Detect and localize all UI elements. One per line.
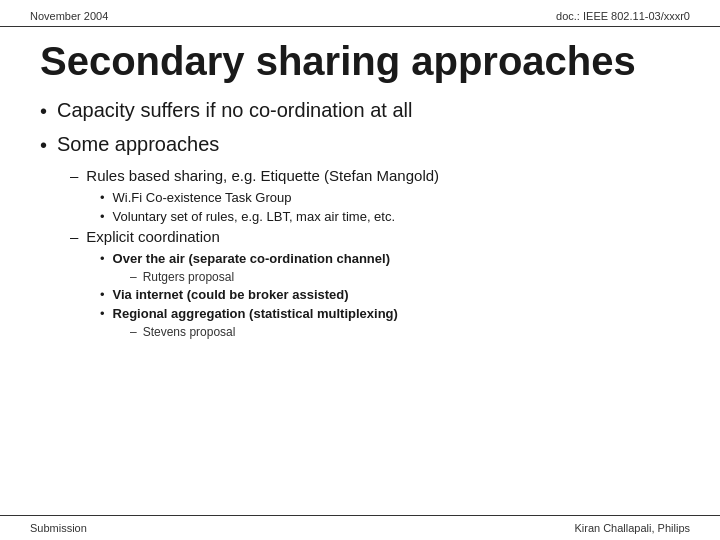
slide-title: Secondary sharing approaches (40, 39, 680, 83)
list-item: • Wi.Fi Co-existence Task Group (100, 190, 680, 205)
list-item: – Explicit coordination (70, 228, 680, 245)
bullet-icon: • (40, 100, 47, 123)
dot-icon: • (100, 251, 105, 266)
dot-icon: • (100, 306, 105, 321)
list-item: • Voluntary set of rules, e.g. LBT, max … (100, 209, 680, 224)
bullet-text: Rules based sharing, e.g. Etiquette (Ste… (86, 167, 439, 184)
footer-left: Submission (30, 522, 87, 534)
bullet-text: Over the air (separate co-ordination cha… (113, 251, 390, 266)
header-doc: doc.: IEEE 802.11-03/xxxr0 (556, 10, 690, 22)
slide: November 2004 doc.: IEEE 802.11-03/xxxr0… (0, 0, 720, 540)
list-item: – Rules based sharing, e.g. Etiquette (S… (70, 167, 680, 184)
bullet-text: Voluntary set of rules, e.g. LBT, max ai… (113, 209, 396, 224)
list-item: • Via internet (could be broker assisted… (100, 287, 680, 302)
bullet-text: Capacity suffers if no co-ordination at … (57, 99, 412, 122)
dash-icon: – (130, 270, 137, 284)
bullet-text: Regional aggregation (statistical multip… (113, 306, 398, 321)
list-item: • Over the air (separate co-ordination c… (100, 251, 680, 266)
bullet-text: Rutgers proposal (143, 270, 234, 284)
list-item: – Rutgers proposal (130, 270, 680, 284)
content-area: • Capacity suffers if no co-ordination a… (0, 99, 720, 339)
bullet-text: Some approaches (57, 133, 219, 156)
header-date: November 2004 (30, 10, 108, 22)
list-item: • Capacity suffers if no co-ordination a… (40, 99, 680, 123)
list-item: • Some approaches (40, 133, 680, 157)
dash-icon: – (70, 167, 78, 184)
dash-icon: – (130, 325, 137, 339)
dot-icon: • (100, 190, 105, 205)
bullet-text: Stevens proposal (143, 325, 236, 339)
bullet-text: Wi.Fi Co-existence Task Group (113, 190, 292, 205)
list-item: • Regional aggregation (statistical mult… (100, 306, 680, 321)
bullet-icon: • (40, 134, 47, 157)
bullet-text: Via internet (could be broker assisted) (113, 287, 349, 302)
footer-right: Kiran Challapali, Philips (574, 522, 690, 534)
dot-icon: • (100, 287, 105, 302)
bullet-text: Explicit coordination (86, 228, 219, 245)
title-section: Secondary sharing approaches (0, 27, 720, 99)
list-item: – Stevens proposal (130, 325, 680, 339)
slide-footer: Submission Kiran Challapali, Philips (0, 515, 720, 540)
dash-icon: – (70, 228, 78, 245)
dot-icon: • (100, 209, 105, 224)
slide-header: November 2004 doc.: IEEE 802.11-03/xxxr0 (0, 0, 720, 27)
